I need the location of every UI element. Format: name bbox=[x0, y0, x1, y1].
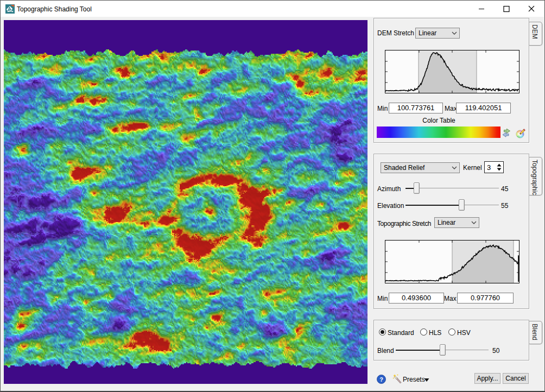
svg-text:?: ? bbox=[379, 376, 383, 383]
